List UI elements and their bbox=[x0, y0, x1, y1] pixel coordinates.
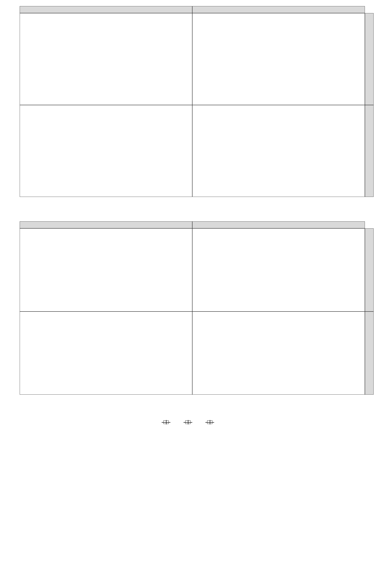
panel-summer-epi bbox=[192, 13, 365, 105]
row-strip-hyp-2 bbox=[365, 311, 374, 395]
panel-spring-epi bbox=[20, 13, 192, 105]
col-strip-spring-2 bbox=[20, 221, 192, 228]
col-strip-summer bbox=[192, 6, 365, 13]
ylabel-1 bbox=[4, 6, 20, 204]
col-strip-spring bbox=[20, 6, 192, 13]
panel-spring-hyp bbox=[20, 105, 192, 197]
legend-key-network bbox=[205, 419, 214, 425]
panel-summer-hyp-2 bbox=[192, 311, 365, 395]
panel-spring-hyp-2 bbox=[20, 311, 192, 395]
legend-key-regional bbox=[184, 419, 192, 425]
facet-grid-top bbox=[4, 6, 374, 204]
panel-spring-epi-2 bbox=[20, 228, 192, 311]
legend bbox=[4, 419, 374, 425]
legend-item-network bbox=[205, 419, 216, 425]
row-strip-epi bbox=[365, 13, 374, 105]
panel-summer-epi-2 bbox=[192, 228, 365, 311]
row-strip-hyp bbox=[365, 105, 374, 197]
facet-grid-bot bbox=[4, 221, 374, 402]
row-strip-epi-2 bbox=[365, 228, 374, 311]
col-strip-summer-2 bbox=[192, 221, 365, 228]
ylabel-2 bbox=[4, 221, 20, 402]
panel-summer-hyp bbox=[192, 105, 365, 197]
legend-key-fraser bbox=[162, 419, 170, 425]
legend-item-fraser bbox=[162, 419, 173, 425]
legend-item-regional bbox=[184, 419, 194, 425]
